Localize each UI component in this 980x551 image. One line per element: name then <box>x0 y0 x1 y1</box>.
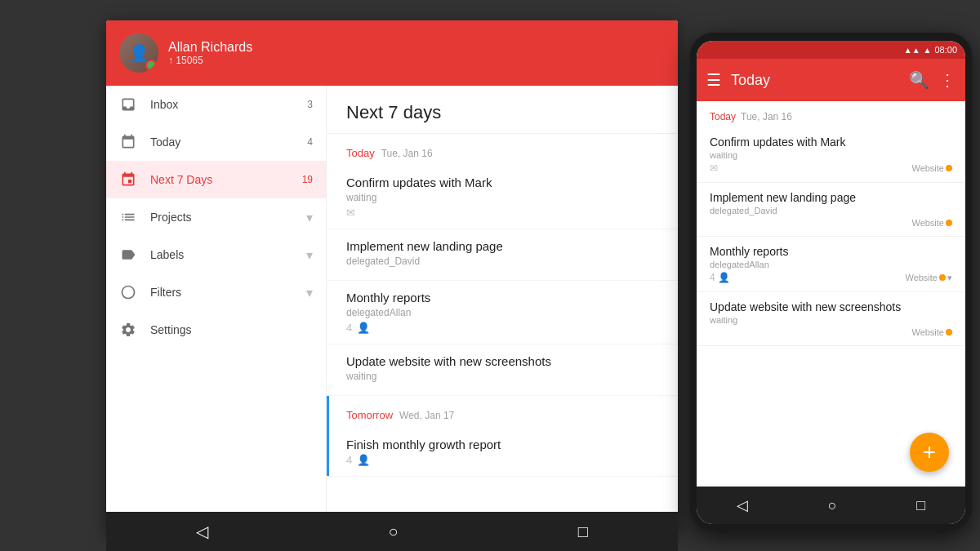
task-meta: delegated_David <box>346 256 658 267</box>
task-landing-page[interactable]: Implement new landing page delegated_Dav… <box>327 229 678 281</box>
task-confirm-updates[interactable]: Confirm updates with Mark waiting ✉ <box>327 166 678 229</box>
sidebar-next7days-label: Next 7 Days <box>150 173 289 186</box>
recent-button[interactable]: □ <box>559 516 608 548</box>
sidebar: Inbox 3 Today 4 Next 7 Days 19 <box>106 86 327 535</box>
task-meta: waiting <box>346 192 658 203</box>
today-icon <box>119 133 137 151</box>
next7days-icon <box>119 171 137 189</box>
phone-task-screenshots[interactable]: Update website with new screenshots wait… <box>697 292 965 346</box>
sidebar-item-inbox[interactable]: Inbox 3 <box>106 86 326 123</box>
avatar: 👤 <box>119 33 158 73</box>
sidebar-inbox-count: 3 <box>307 99 313 110</box>
sidebar-settings-label: Settings <box>150 323 313 336</box>
filters-chevron: ▾ <box>306 285 313 300</box>
today-section-label: Today Tue, Jan 16 <box>327 134 678 166</box>
labels-icon <box>119 246 137 264</box>
back-button[interactable]: ◁ <box>176 515 228 548</box>
task-icons: 4 👤 <box>346 322 658 334</box>
phone-today-date: Tue, Jan 16 <box>741 111 792 122</box>
wifi-icon: ▲ <box>924 46 932 55</box>
main-title: Next 7 days <box>327 86 678 134</box>
sidebar-filters-label: Filters <box>150 286 293 299</box>
phone-back-button[interactable]: ◁ <box>724 491 761 519</box>
tablet-nav-bar: ◁ ○ □ <box>106 512 678 551</box>
phone-task-tag: Website ▾ <box>905 273 952 283</box>
phone-task-title: Implement new landing page <box>710 191 952 204</box>
task-meta: waiting <box>346 371 658 382</box>
task-finish-growth-report[interactable]: Finish monthly growth report 4 👤 <box>327 428 678 477</box>
main-content: Next 7 days Today Tue, Jan 16 Confirm up… <box>327 86 678 535</box>
phone-task-tag: Website <box>911 327 952 337</box>
user-score: ↑ 15065 <box>168 55 252 66</box>
phone-today-label: Today Tue, Jan 16 <box>697 101 965 127</box>
task-title: Confirm updates with Mark <box>346 176 658 189</box>
sidebar-inbox-label: Inbox <box>150 98 294 111</box>
tablet-body: Inbox 3 Today 4 Next 7 Days 19 <box>106 86 678 535</box>
sidebar-labels-label: Labels <box>150 248 293 261</box>
phone-task-confirm[interactable]: Confirm updates with Mark waiting ✉ Webs… <box>697 127 965 183</box>
task-title: Update website with new screenshots <box>346 354 658 368</box>
phone-time: 08:00 <box>934 45 957 55</box>
phone-task-monthly[interactable]: Monthly reports delegatedAllan 4 👤 Websi… <box>697 237 965 292</box>
email-icon: ✉ <box>346 207 355 219</box>
task-title: Implement new landing page <box>346 239 658 253</box>
phone-task-row: Website <box>710 218 952 228</box>
count-icon: 4 <box>346 322 352 334</box>
fab-button[interactable]: + <box>910 433 949 472</box>
sidebar-today-label: Today <box>150 136 294 149</box>
phone-task-tag: Website <box>911 218 952 228</box>
phone-title: Today <box>731 72 899 89</box>
count-icon: 4 <box>346 454 352 466</box>
phone-task-row: ✉ Website <box>710 162 952 174</box>
task-icons: ✉ <box>346 207 658 219</box>
sidebar-item-settings[interactable]: Settings <box>106 311 326 349</box>
home-button[interactable]: ○ <box>368 516 417 548</box>
phone-home-button[interactable]: ○ <box>815 492 850 519</box>
task-meta: delegatedAllan <box>346 307 658 318</box>
projects-chevron: ▾ <box>306 210 313 225</box>
phone-body: Today Tue, Jan 16 Confirm updates with M… <box>697 101 965 487</box>
phone-count-icon: 4 👤 <box>710 272 730 283</box>
tag-dot <box>946 165 952 171</box>
phone-task-meta: delegated_David <box>710 206 952 216</box>
settings-icon <box>119 321 137 339</box>
task-monthly-reports[interactable]: Monthly reports delegatedAllan 4 👤 <box>327 281 678 344</box>
task-title: Finish monthly growth report <box>346 438 658 451</box>
phone-task-meta: waiting <box>710 150 952 160</box>
tablet-header: 👤 Allan Richards ↑ 15065 <box>106 20 678 86</box>
phone-recent-button[interactable]: □ <box>903 492 938 519</box>
phone-search-icon[interactable]: 🔍 <box>909 70 929 90</box>
phone-task-landing[interactable]: Implement new landing page delegated_Dav… <box>697 183 965 237</box>
phone-task-title: Confirm updates with Mark <box>710 136 952 149</box>
tomorrow-label-text: Tomorrow <box>346 409 393 421</box>
tomorrow-section-date: Wed, Jan 17 <box>399 410 454 421</box>
phone-menu-icon[interactable]: ☰ <box>706 70 721 90</box>
today-section-date: Tue, Jan 16 <box>381 148 433 159</box>
sidebar-item-next7days[interactable]: Next 7 Days 19 <box>106 161 326 198</box>
phone-inner: ▲▲ ▲ 08:00 ☰ Today 🔍 ⋮ Today Tue, Jan 16… <box>697 41 965 524</box>
tablet-device: 👤 Allan Richards ↑ 15065 Inbox 3 Today <box>106 20 678 535</box>
sidebar-item-projects[interactable]: Projects ▾ <box>106 198 326 236</box>
phone-task-tag: Website <box>911 163 952 173</box>
labels-chevron: ▾ <box>306 247 313 263</box>
phone-task-title: Update website with new screenshots <box>710 300 952 313</box>
sidebar-today-count: 4 <box>307 136 313 148</box>
tag-dot <box>939 274 946 281</box>
task-update-screenshots[interactable]: Update website with new screenshots wait… <box>327 344 678 396</box>
sidebar-projects-label: Projects <box>150 211 293 224</box>
signal-icon: ▲▲ <box>904 46 920 55</box>
phone-status-bar: ▲▲ ▲ 08:00 <box>697 41 965 59</box>
phone-task-meta: waiting <box>710 315 952 325</box>
phone-more-icon[interactable]: ⋮ <box>939 70 956 90</box>
chevron-icon: ▾ <box>947 273 952 283</box>
phone-email-icon: ✉ <box>710 162 718 174</box>
sidebar-item-filters[interactable]: Filters ▾ <box>106 273 326 311</box>
sidebar-item-labels[interactable]: Labels ▾ <box>106 236 326 273</box>
phone-task-row: 4 👤 Website ▾ <box>710 272 952 283</box>
sidebar-item-today[interactable]: Today 4 <box>106 123 326 161</box>
person-icon: 👤 <box>357 454 370 466</box>
phone-header: ☰ Today 🔍 ⋮ <box>697 59 965 101</box>
phone-today-text: Today <box>710 111 736 122</box>
tag-dot <box>946 220 952 226</box>
phone-task-row: Website <box>710 327 952 337</box>
